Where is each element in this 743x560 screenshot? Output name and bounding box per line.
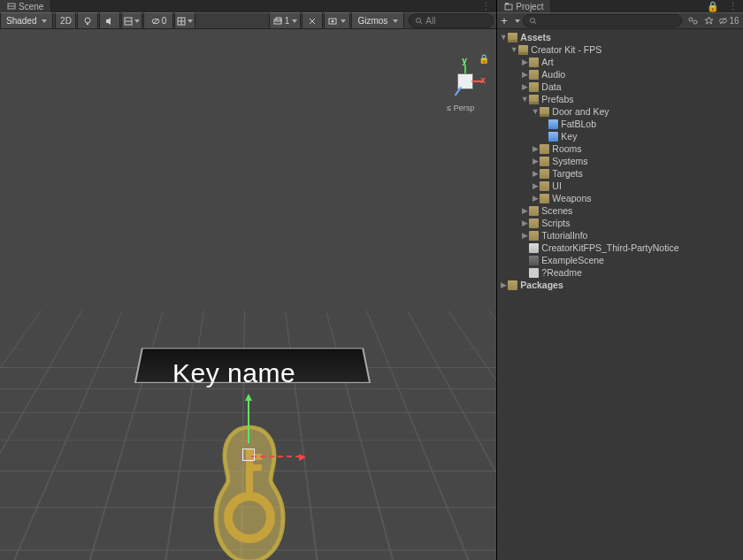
chevron-down-icon — [341, 19, 346, 23]
tab-project[interactable]: Project — [497, 0, 551, 12]
svg-marker-4 — [106, 18, 111, 25]
scene-icon — [7, 2, 16, 11]
lightbulb-icon — [83, 17, 92, 26]
project-tabbar: Project 🔒 ⋮ — [497, 0, 743, 12]
tab-menu-icon[interactable]: ⋮ — [728, 1, 738, 12]
tree-item-example[interactable]: ExampleScene — [497, 254, 743, 266]
tree-item-systems[interactable]: ▶Systems — [497, 155, 743, 167]
chevron-down-icon — [134, 19, 140, 23]
svg-line-27 — [534, 22, 536, 24]
scene-viewport[interactable]: Key name 🔒 y — [0, 29, 496, 560]
tree-item-prefabs[interactable]: ▼Prefabs — [497, 93, 743, 105]
hidden-toggle[interactable]: 16 — [716, 14, 741, 27]
tree-item-packages[interactable]: ▶Packages — [497, 279, 743, 291]
scene-toolbar: Shaded 2D 0 — [0, 12, 496, 29]
scene-search-input[interactable]: All — [409, 13, 494, 28]
tree-item-fatblob[interactable]: FatBLob — [497, 118, 743, 130]
search-icon — [415, 17, 423, 25]
tree-item-door-key[interactable]: ▼Door and Key — [497, 105, 743, 118]
object-label-text: Key name — [172, 358, 295, 388]
chevron-down-icon — [515, 19, 520, 23]
svg-rect-25 — [505, 3, 509, 4]
camera-settings-button[interactable] — [324, 12, 350, 29]
key-mesh-icon — [202, 424, 297, 560]
svg-rect-24 — [505, 4, 512, 10]
chevron-down-icon — [188, 19, 193, 23]
key-object[interactable] — [202, 424, 297, 560]
chevron-down-icon — [292, 19, 297, 23]
tree-item-art[interactable]: ▶Art — [497, 56, 743, 68]
fx-toggle[interactable] — [121, 12, 142, 29]
svg-rect-3 — [87, 23, 88, 25]
tree-item-tutorial[interactable]: ▶TutorialInfo — [497, 229, 743, 242]
tree-item-assets[interactable]: ▼Assets — [497, 31, 743, 43]
scene-tab-menu[interactable]: ⋮ — [476, 1, 496, 12]
projection-label[interactable]: ≤ Persp — [447, 104, 474, 112]
chevron-down-icon — [42, 19, 47, 23]
add-button[interactable]: + — [501, 14, 508, 27]
project-search-input[interactable] — [523, 14, 682, 27]
lighting-toggle[interactable] — [77, 12, 98, 29]
fx-icon — [124, 17, 133, 26]
filter-by-type-button[interactable] — [685, 14, 701, 27]
layers-icon — [273, 17, 282, 26]
scene-panel: Scene ⋮ Shaded 2D 0 — [0, 0, 496, 560]
tree-item-key[interactable]: Key — [497, 130, 743, 142]
favorite-button[interactable] — [701, 14, 716, 27]
2d-toggle[interactable]: 2D — [55, 12, 76, 29]
project-panel: Project 🔒 ⋮ + 16 — [496, 0, 743, 560]
tree-item-weapons[interactable]: ▶Weapons — [497, 192, 743, 204]
folder-icon — [529, 231, 539, 241]
tree-item-targets[interactable]: ▶Targets — [497, 167, 743, 180]
svg-point-2 — [85, 18, 90, 23]
tree-item-scenes[interactable]: ▶Scenes — [497, 204, 743, 217]
orientation-gizmo[interactable]: 🔒 y x ≤ Persp — [440, 54, 489, 118]
audio-toggle[interactable] — [99, 12, 120, 29]
gizmos-dropdown[interactable]: Gizmos — [351, 12, 404, 29]
tree-item-notice[interactable]: CreatorKitFPS_Third-PartyNotice — [497, 242, 743, 254]
star-icon — [704, 16, 714, 26]
prefab-icon — [548, 119, 558, 129]
scene-tabbar: Scene ⋮ — [0, 0, 496, 12]
tree-item-rooms[interactable]: ▶Rooms — [497, 142, 743, 155]
tree-item-creator-kit[interactable]: ▼Creator Kit - FPS — [497, 43, 743, 56]
lock-icon[interactable]: 🔒 — [479, 54, 489, 64]
project-tree[interactable]: ▼Assets ▼Creator Kit - FPS ▶Art ▶Audio ▶… — [497, 29, 743, 560]
crossed-tools-icon — [308, 17, 317, 26]
hidden-count: 0 — [162, 16, 167, 26]
tab-scene[interactable]: Scene — [0, 0, 51, 12]
tools-button[interactable] — [302, 12, 323, 29]
hidden-objects-toggle[interactable]: 0 — [143, 12, 173, 29]
folder-icon — [540, 157, 549, 166]
svg-point-29 — [693, 20, 697, 24]
gizmos-label: Gizmos — [357, 16, 387, 26]
folder-icon — [540, 144, 549, 154]
grid-toggle[interactable] — [174, 12, 195, 29]
aspect-label: 1 — [285, 16, 290, 26]
folder-open-icon — [540, 107, 549, 117]
camera-dropdown[interactable]: 1 — [269, 12, 301, 29]
search-placeholder: All — [425, 16, 435, 26]
tree-item-scripts[interactable]: ▶Scripts — [497, 217, 743, 229]
shading-mode-label: Shaded — [6, 16, 36, 26]
project-toolbar: + 16 — [497, 12, 743, 29]
eye-slash-icon — [718, 16, 728, 26]
tree-item-data[interactable]: ▶Data — [497, 81, 743, 93]
folder-icon — [529, 82, 539, 92]
tree-item-readme[interactable]: ? Readme — [497, 266, 743, 279]
lock-icon[interactable]: 🔒 — [707, 1, 719, 12]
gizmo-x-axis[interactable] — [251, 456, 301, 459]
prefab-icon — [548, 132, 558, 142]
folder-icon — [529, 219, 539, 228]
axis-z-cone-icon[interactable] — [455, 87, 463, 96]
axis-x-label: x — [480, 75, 486, 85]
scene-asset-icon — [529, 256, 539, 265]
svg-point-26 — [530, 19, 534, 23]
tree-item-audio[interactable]: ▶Audio — [497, 68, 743, 81]
tree-item-ui[interactable]: ▶UI — [497, 180, 743, 192]
gizmo-y-axis[interactable] — [248, 399, 249, 443]
gizmo-center-handle[interactable] — [242, 449, 255, 461]
svg-rect-22 — [253, 464, 262, 471]
eye-slash-icon — [151, 17, 160, 26]
shading-mode-dropdown[interactable]: Shaded — [0, 12, 53, 29]
